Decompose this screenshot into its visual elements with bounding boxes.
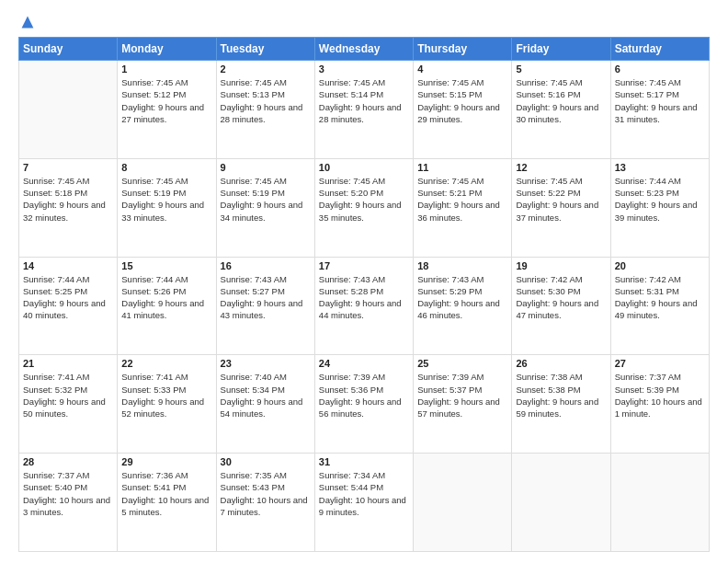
calendar-cell: 15Sunrise: 7:44 AMSunset: 5:26 PMDayligh… bbox=[118, 257, 216, 355]
day-number: 13 bbox=[615, 162, 705, 173]
header-thursday: Thursday bbox=[414, 38, 512, 61]
day-number: 18 bbox=[417, 260, 507, 271]
day-number: 23 bbox=[221, 358, 311, 369]
day-info: Sunrise: 7:39 AMSunset: 5:36 PMDaylight:… bbox=[319, 371, 409, 419]
calendar-cell: 9Sunrise: 7:45 AMSunset: 5:19 PMDaylight… bbox=[216, 158, 314, 257]
day-number: 14 bbox=[23, 260, 113, 271]
calendar-cell: 25Sunrise: 7:39 AMSunset: 5:37 PMDayligh… bbox=[414, 355, 512, 454]
calendar-cell: 24Sunrise: 7:39 AMSunset: 5:36 PMDayligh… bbox=[314, 355, 413, 454]
calendar-cell: 11Sunrise: 7:45 AMSunset: 5:21 PMDayligh… bbox=[414, 158, 512, 257]
day-info: Sunrise: 7:45 AMSunset: 5:13 PMDaylight:… bbox=[221, 76, 311, 125]
day-info: Sunrise: 7:45 AMSunset: 5:17 PMDaylight:… bbox=[615, 76, 705, 125]
day-number: 15 bbox=[121, 260, 211, 271]
day-number: 9 bbox=[221, 162, 311, 173]
day-info: Sunrise: 7:45 AMSunset: 5:12 PMDaylight:… bbox=[121, 76, 211, 125]
header-saturday: Saturday bbox=[610, 38, 709, 61]
calendar-cell: 10Sunrise: 7:45 AMSunset: 5:20 PMDayligh… bbox=[314, 158, 413, 257]
calendar-cell: 12Sunrise: 7:45 AMSunset: 5:22 PMDayligh… bbox=[512, 158, 610, 257]
header-wednesday: Wednesday bbox=[314, 38, 413, 61]
day-number: 31 bbox=[319, 456, 409, 467]
calendar-cell: 8Sunrise: 7:45 AMSunset: 5:19 PMDaylight… bbox=[118, 158, 216, 257]
day-info: Sunrise: 7:45 AMSunset: 5:20 PMDaylight:… bbox=[319, 175, 409, 224]
day-info: Sunrise: 7:40 AMSunset: 5:34 PMDaylight:… bbox=[221, 371, 311, 419]
day-number: 30 bbox=[221, 456, 311, 467]
calendar-cell: 31Sunrise: 7:34 AMSunset: 5:44 PMDayligh… bbox=[314, 454, 413, 552]
calendar-cell bbox=[414, 454, 512, 552]
header-row: Sunday Monday Tuesday Wednesday Thursday… bbox=[19, 38, 710, 61]
day-number: 17 bbox=[319, 260, 409, 271]
day-number: 19 bbox=[516, 260, 606, 271]
calendar-cell: 14Sunrise: 7:44 AMSunset: 5:25 PMDayligh… bbox=[19, 257, 118, 355]
day-number: 25 bbox=[417, 358, 507, 369]
day-info: Sunrise: 7:37 AMSunset: 5:40 PMDaylight:… bbox=[23, 469, 113, 518]
day-number: 28 bbox=[23, 456, 113, 467]
calendar-cell: 28Sunrise: 7:37 AMSunset: 5:40 PMDayligh… bbox=[19, 454, 118, 552]
day-info: Sunrise: 7:43 AMSunset: 5:29 PMDaylight:… bbox=[417, 273, 507, 322]
day-info: Sunrise: 7:45 AMSunset: 5:22 PMDaylight:… bbox=[516, 175, 606, 224]
header-friday: Friday bbox=[512, 38, 610, 61]
day-info: Sunrise: 7:44 AMSunset: 5:23 PMDaylight:… bbox=[615, 175, 705, 224]
logo bbox=[18, 15, 36, 29]
header-tuesday: Tuesday bbox=[216, 38, 314, 61]
day-number: 6 bbox=[615, 63, 705, 75]
header-sunday: Sunday bbox=[19, 38, 118, 61]
header-monday: Monday bbox=[118, 38, 216, 61]
day-info: Sunrise: 7:37 AMSunset: 5:39 PMDaylight:… bbox=[615, 371, 705, 419]
day-info: Sunrise: 7:41 AMSunset: 5:32 PMDaylight:… bbox=[23, 371, 113, 419]
calendar-cell: 29Sunrise: 7:36 AMSunset: 5:41 PMDayligh… bbox=[118, 454, 216, 552]
day-number: 2 bbox=[221, 63, 311, 75]
day-info: Sunrise: 7:38 AMSunset: 5:38 PMDaylight:… bbox=[516, 371, 606, 419]
calendar-cell: 3Sunrise: 7:45 AMSunset: 5:14 PMDaylight… bbox=[314, 61, 413, 159]
day-number: 5 bbox=[516, 63, 606, 75]
day-info: Sunrise: 7:45 AMSunset: 5:16 PMDaylight:… bbox=[516, 76, 606, 125]
day-number: 3 bbox=[319, 63, 409, 75]
day-number: 21 bbox=[23, 358, 113, 369]
day-info: Sunrise: 7:39 AMSunset: 5:37 PMDaylight:… bbox=[417, 371, 507, 419]
day-number: 20 bbox=[615, 260, 705, 271]
calendar-cell: 5Sunrise: 7:45 AMSunset: 5:16 PMDaylight… bbox=[512, 61, 610, 159]
calendar-cell: 19Sunrise: 7:42 AMSunset: 5:30 PMDayligh… bbox=[512, 257, 610, 355]
day-info: Sunrise: 7:42 AMSunset: 5:30 PMDaylight:… bbox=[516, 273, 606, 322]
calendar-cell bbox=[19, 61, 118, 159]
calendar-cell bbox=[512, 454, 610, 552]
day-number: 10 bbox=[319, 162, 409, 173]
calendar-table: Sunday Monday Tuesday Wednesday Thursday… bbox=[18, 37, 710, 552]
day-number: 7 bbox=[23, 162, 113, 173]
calendar-cell: 27Sunrise: 7:37 AMSunset: 5:39 PMDayligh… bbox=[610, 355, 709, 454]
header bbox=[18, 15, 710, 29]
calendar-cell: 4Sunrise: 7:45 AMSunset: 5:15 PMDaylight… bbox=[414, 61, 512, 159]
calendar-body: 1Sunrise: 7:45 AMSunset: 5:12 PMDaylight… bbox=[19, 61, 710, 552]
day-info: Sunrise: 7:42 AMSunset: 5:31 PMDaylight:… bbox=[615, 273, 705, 322]
svg-marker-0 bbox=[22, 17, 34, 29]
day-info: Sunrise: 7:44 AMSunset: 5:26 PMDaylight:… bbox=[121, 273, 211, 322]
day-number: 8 bbox=[121, 162, 211, 173]
day-number: 27 bbox=[615, 358, 705, 369]
calendar-cell: 2Sunrise: 7:45 AMSunset: 5:13 PMDaylight… bbox=[216, 61, 314, 159]
calendar-cell: 23Sunrise: 7:40 AMSunset: 5:34 PMDayligh… bbox=[216, 355, 314, 454]
calendar-cell bbox=[610, 454, 709, 552]
day-number: 4 bbox=[417, 63, 507, 75]
day-info: Sunrise: 7:45 AMSunset: 5:14 PMDaylight:… bbox=[319, 76, 409, 125]
calendar-cell: 30Sunrise: 7:35 AMSunset: 5:43 PMDayligh… bbox=[216, 454, 314, 552]
calendar-cell: 20Sunrise: 7:42 AMSunset: 5:31 PMDayligh… bbox=[610, 257, 709, 355]
calendar-cell: 18Sunrise: 7:43 AMSunset: 5:29 PMDayligh… bbox=[414, 257, 512, 355]
day-info: Sunrise: 7:45 AMSunset: 5:15 PMDaylight:… bbox=[417, 76, 507, 125]
calendar-cell: 13Sunrise: 7:44 AMSunset: 5:23 PMDayligh… bbox=[610, 158, 709, 257]
day-info: Sunrise: 7:44 AMSunset: 5:25 PMDaylight:… bbox=[23, 273, 113, 322]
page: Sunday Monday Tuesday Wednesday Thursday… bbox=[0, 0, 728, 563]
day-info: Sunrise: 7:43 AMSunset: 5:27 PMDaylight:… bbox=[221, 273, 311, 322]
day-info: Sunrise: 7:34 AMSunset: 5:44 PMDaylight:… bbox=[319, 469, 409, 518]
day-number: 24 bbox=[319, 358, 409, 369]
calendar-cell: 26Sunrise: 7:38 AMSunset: 5:38 PMDayligh… bbox=[512, 355, 610, 454]
calendar-cell: 16Sunrise: 7:43 AMSunset: 5:27 PMDayligh… bbox=[216, 257, 314, 355]
day-number: 1 bbox=[121, 63, 211, 75]
calendar-cell: 6Sunrise: 7:45 AMSunset: 5:17 PMDaylight… bbox=[610, 61, 709, 159]
day-number: 12 bbox=[516, 162, 606, 173]
day-info: Sunrise: 7:45 AMSunset: 5:19 PMDaylight:… bbox=[221, 175, 311, 224]
day-number: 16 bbox=[221, 260, 311, 271]
day-info: Sunrise: 7:35 AMSunset: 5:43 PMDaylight:… bbox=[221, 469, 311, 518]
calendar-cell: 21Sunrise: 7:41 AMSunset: 5:32 PMDayligh… bbox=[19, 355, 118, 454]
calendar-cell: 22Sunrise: 7:41 AMSunset: 5:33 PMDayligh… bbox=[118, 355, 216, 454]
day-number: 26 bbox=[516, 358, 606, 369]
day-info: Sunrise: 7:45 AMSunset: 5:21 PMDaylight:… bbox=[417, 175, 507, 224]
